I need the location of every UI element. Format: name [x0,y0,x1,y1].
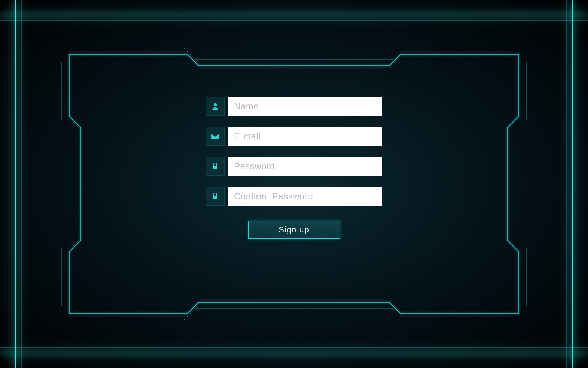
email-row [206,127,382,146]
confirm-password-input[interactable] [228,187,382,206]
email-input[interactable] [228,127,382,146]
name-row [206,97,382,116]
user-icon [211,102,220,111]
svg-rect-9 [213,166,218,169]
password-input[interactable] [228,157,382,176]
svg-point-8 [214,103,217,106]
lock-icon [211,162,220,171]
confirm-password-row [206,187,382,206]
button-row: Sign up [206,221,382,239]
lock-icon-box [206,157,225,176]
name-input[interactable] [228,97,382,116]
lock-icon-box-confirm [206,187,225,206]
password-row [206,157,382,176]
lock-icon [211,192,220,201]
svg-rect-10 [213,196,218,199]
signup-form: Sign up [206,97,382,239]
mail-icon-box [206,127,225,146]
mail-icon [211,132,220,141]
user-icon-box [206,97,225,116]
signup-button[interactable]: Sign up [248,221,340,239]
